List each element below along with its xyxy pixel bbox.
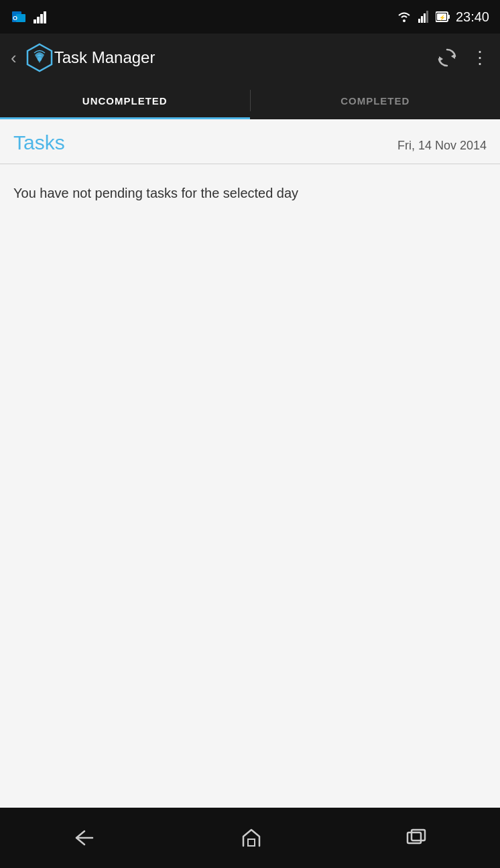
mobile-signal-icon	[418, 11, 430, 23]
tabs-bar: UNCOMPLETED COMPLETED	[0, 82, 500, 119]
status-time: 23:40	[456, 9, 489, 25]
tab-uncompleted-label: UNCOMPLETED	[82, 95, 168, 107]
nav-bar	[0, 808, 500, 868]
tab-completed-label: COMPLETED	[340, 95, 410, 107]
svg-rect-6	[44, 11, 46, 23]
battery-icon: ⚡	[436, 11, 450, 23]
nav-home-button[interactable]	[241, 827, 262, 849]
empty-state-message: You have not pending tasks for the selec…	[13, 183, 487, 203]
svg-rect-9	[421, 16, 423, 23]
svg-text:⚡: ⚡	[439, 14, 446, 21]
svg-point-17	[38, 57, 42, 61]
svg-rect-8	[418, 19, 420, 23]
svg-rect-21	[408, 832, 421, 843]
tasks-date: Fri, 14 Nov 2014	[397, 139, 487, 153]
status-bar-right-icons: ⚡ 23:40	[395, 9, 489, 25]
status-bar-left-icons: O	[11, 9, 50, 25]
back-button[interactable]: ‹	[11, 48, 17, 68]
svg-marker-19	[439, 56, 443, 62]
empty-state: You have not pending tasks for the selec…	[0, 164, 500, 808]
app-logo	[25, 43, 54, 72]
svg-point-7	[403, 19, 405, 22]
nav-recents-button[interactable]	[406, 828, 428, 847]
nav-back-button[interactable]	[72, 828, 97, 847]
main-content: Tasks Fri, 14 Nov 2014 You have not pend…	[0, 119, 500, 808]
svg-rect-10	[424, 13, 426, 23]
svg-marker-18	[451, 54, 455, 59]
signal-bars-icon	[34, 10, 50, 23]
svg-rect-22	[412, 830, 425, 841]
tab-completed[interactable]: COMPLETED	[251, 82, 501, 119]
svg-rect-11	[426, 11, 428, 23]
svg-text:O: O	[13, 15, 17, 21]
svg-rect-13	[448, 15, 450, 19]
svg-rect-4	[37, 17, 40, 23]
wifi-icon	[395, 10, 413, 23]
app-title: Task Manager	[54, 48, 436, 67]
outlook-icon: O	[11, 9, 27, 25]
svg-rect-3	[34, 19, 36, 23]
svg-rect-5	[40, 14, 43, 23]
tasks-header: Tasks Fri, 14 Nov 2014	[0, 119, 500, 164]
app-bar-actions: ⋮	[436, 47, 489, 68]
refresh-button[interactable]	[436, 47, 458, 68]
svg-rect-20	[248, 839, 255, 846]
more-options-button[interactable]: ⋮	[471, 48, 489, 68]
app-bar: ‹ Task Manager ⋮	[0, 34, 500, 82]
status-bar: O ⚡ 23:40	[0, 0, 500, 34]
tasks-title: Tasks	[13, 131, 65, 154]
tab-uncompleted[interactable]: UNCOMPLETED	[0, 82, 250, 119]
svg-rect-1	[16, 14, 25, 22]
